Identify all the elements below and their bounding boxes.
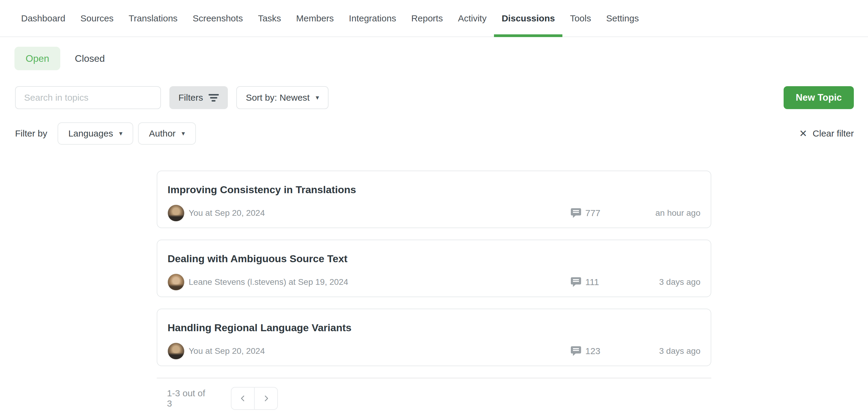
nav-tab-tools[interactable]: Tools xyxy=(562,0,598,36)
top-nav: Dashboard Sources Translations Screensho… xyxy=(0,0,868,37)
nav-tab-activity[interactable]: Activity xyxy=(450,0,494,36)
nav-tab-dashboard[interactable]: Dashboard xyxy=(13,0,73,36)
pager-buttons xyxy=(231,387,278,410)
sort-dropdown[interactable]: Sort by: Newest ▾ xyxy=(236,86,329,109)
nav-tab-label: Settings xyxy=(606,13,639,24)
filters-button[interactable]: Filters xyxy=(169,86,228,109)
nav-tab-screenshots[interactable]: Screenshots xyxy=(185,0,250,36)
comment-bubble-icon xyxy=(571,346,581,356)
active-tab-underline xyxy=(494,34,562,37)
author-dropdown[interactable]: Author ▾ xyxy=(138,122,195,144)
topic-meta: Leane Stevens (l.stevens) at Sep 19, 202… xyxy=(167,274,701,291)
comment-bubble-icon xyxy=(571,277,581,287)
topic-meta: You at Sep 20, 2024 123 3 days ago xyxy=(167,343,701,359)
comment-count-value: 123 xyxy=(585,346,600,356)
nav-tab-members[interactable]: Members xyxy=(289,0,341,36)
nav-tab-label: Members xyxy=(296,13,334,24)
nav-tab-label: Dashboard xyxy=(21,13,65,24)
nav-tab-label: Integrations xyxy=(349,13,396,24)
languages-label: Languages xyxy=(68,128,113,139)
tab-closed[interactable]: Closed xyxy=(75,47,105,70)
pagination: 1-3 out of 3 xyxy=(157,387,711,410)
nav-tab-label: Tools xyxy=(570,13,591,24)
nav-tab-label: Discussions xyxy=(501,13,555,24)
caret-down-icon: ▾ xyxy=(315,94,319,101)
clear-filter-button[interactable]: ✕ Clear filter xyxy=(799,128,854,139)
nav-tab-settings[interactable]: Settings xyxy=(598,0,646,36)
nav-tab-label: Screenshots xyxy=(193,13,243,24)
nav-tab-sources[interactable]: Sources xyxy=(73,0,121,36)
topic-title[interactable]: Dealing with Ambiguous Source Text xyxy=(167,253,701,265)
topic-updated-time: an hour ago xyxy=(616,208,701,218)
tab-open[interactable]: Open xyxy=(14,47,60,70)
filter-by-label: Filter by xyxy=(15,128,47,139)
nav-tab-label: Activity xyxy=(458,13,487,24)
comment-count: 777 xyxy=(571,208,616,218)
close-icon: ✕ xyxy=(799,129,807,138)
chevron-left-icon xyxy=(239,395,247,402)
topic-card[interactable]: Improving Consistency in Translations Yo… xyxy=(157,170,711,228)
prev-page-button[interactable] xyxy=(231,387,254,410)
nav-tab-label: Tasks xyxy=(258,13,281,24)
comment-count-value: 777 xyxy=(585,208,600,218)
avatar xyxy=(167,205,184,222)
topic-list: Improving Consistency in Translations Yo… xyxy=(157,170,711,410)
topic-card[interactable]: Handling Regional Language Variants You … xyxy=(157,309,711,366)
filter-bar: Filter by Languages ▾ Author ▾ ✕ Clear f… xyxy=(15,122,854,144)
toolbar: Filters Sort by: Newest ▾ New Topic xyxy=(15,86,854,109)
next-page-button[interactable] xyxy=(254,387,278,410)
topic-byline: You at Sep 20, 2024 xyxy=(189,208,571,218)
nav-tab-tasks[interactable]: Tasks xyxy=(250,0,289,36)
new-topic-button[interactable]: New Topic xyxy=(784,86,854,109)
status-tabs: Open Closed xyxy=(14,47,105,70)
sort-label: Sort by: Newest xyxy=(246,93,310,103)
topic-byline: You at Sep 20, 2024 xyxy=(189,346,571,356)
pagination-summary: 1-3 out of 3 xyxy=(167,388,212,409)
caret-down-icon: ▾ xyxy=(182,130,185,137)
list-divider xyxy=(157,378,711,379)
comment-count: 111 xyxy=(571,277,616,287)
avatar xyxy=(167,274,184,291)
topic-card[interactable]: Dealing with Ambiguous Source Text Leane… xyxy=(157,239,711,297)
topic-byline: Leane Stevens (l.stevens) at Sep 19, 202… xyxy=(189,277,571,287)
nav-tab-translations[interactable]: Translations xyxy=(121,0,185,36)
avatar xyxy=(167,343,184,359)
nav-tab-reports[interactable]: Reports xyxy=(404,0,450,36)
nav-tab-label: Translations xyxy=(129,13,178,24)
nav-tab-label: Sources xyxy=(81,13,114,24)
topic-title[interactable]: Handling Regional Language Variants xyxy=(167,322,701,333)
comment-bubble-icon xyxy=(571,208,581,218)
caret-down-icon: ▾ xyxy=(119,130,122,137)
author-label: Author xyxy=(149,128,176,139)
topic-updated-time: 3 days ago xyxy=(616,277,701,287)
clear-filter-label: Clear filter xyxy=(812,128,854,139)
nav-tab-integrations[interactable]: Integrations xyxy=(341,0,404,36)
filters-label: Filters xyxy=(179,93,203,103)
nav-tab-discussions[interactable]: Discussions xyxy=(494,0,562,36)
filter-icon xyxy=(209,94,219,102)
topic-meta: You at Sep 20, 2024 777 an hour ago xyxy=(167,205,701,222)
search-input[interactable] xyxy=(15,86,161,109)
comment-count-value: 111 xyxy=(585,277,599,287)
topic-title[interactable]: Improving Consistency in Translations xyxy=(167,184,701,196)
nav-tab-label: Reports xyxy=(411,13,443,24)
chevron-right-icon xyxy=(262,395,270,402)
comment-count: 123 xyxy=(571,346,616,356)
topic-updated-time: 3 days ago xyxy=(616,346,701,356)
languages-dropdown[interactable]: Languages ▾ xyxy=(58,122,133,144)
